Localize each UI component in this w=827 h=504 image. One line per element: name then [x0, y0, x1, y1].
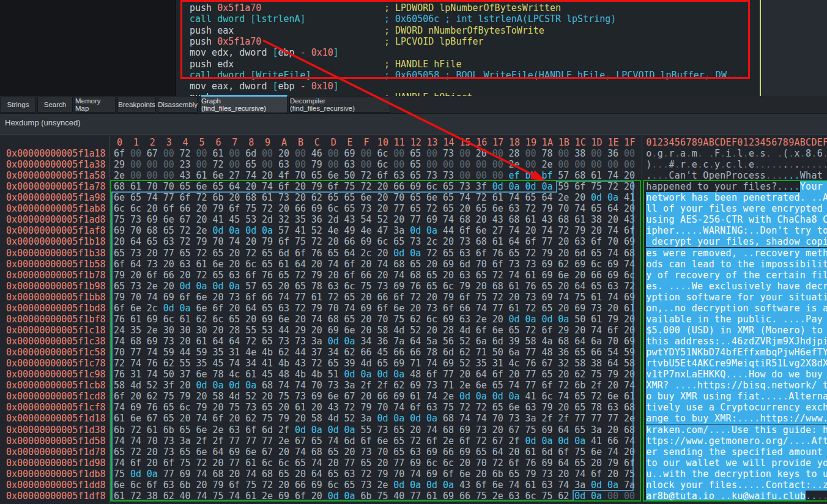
hex-byte[interactable]: 58 [574, 358, 591, 369]
hex-byte[interactable]: 6e [393, 303, 410, 314]
ascii-char[interactable]: v [749, 281, 754, 292]
hex-byte[interactable]: 79 [541, 402, 558, 413]
ascii-char[interactable]: / [800, 413, 806, 424]
hex-byte[interactable]: 70 [607, 336, 624, 347]
hex-byte[interactable]: 00 [492, 148, 509, 159]
hex-byte[interactable]: 65 [443, 192, 459, 203]
ascii-char[interactable]: C [823, 214, 827, 225]
ascii-char[interactable]: m [777, 336, 782, 347]
ascii-char[interactable]: a [811, 292, 817, 303]
ascii-char[interactable] [823, 314, 827, 325]
hex-byte[interactable]: 78 [311, 281, 328, 292]
hex-byte[interactable]: 2e [212, 424, 229, 435]
ascii-char[interactable]: . [663, 148, 669, 159]
hex-byte[interactable]: 68 [147, 225, 163, 236]
hex-byte[interactable]: 68 [476, 236, 492, 247]
ascii-char[interactable]: r [788, 303, 794, 314]
ascii-char[interactable]: U [669, 358, 674, 369]
ascii-char[interactable]: u [823, 469, 827, 480]
ascii-char[interactable]: @ [743, 491, 748, 502]
hex-byte[interactable]: 4b [262, 347, 278, 358]
ascii-char[interactable]: P [663, 369, 669, 380]
ascii-char[interactable]: 1 [777, 358, 782, 369]
ascii-char[interactable]: ' [686, 170, 691, 181]
hex-byte[interactable]: 75 [114, 214, 130, 225]
hex-byte[interactable]: 75 [591, 181, 607, 192]
ascii-char[interactable] [703, 203, 708, 214]
hex-byte[interactable]: 65 [262, 402, 278, 413]
hex-byte[interactable]: 20 [607, 303, 624, 314]
hex-byte[interactable]: 65 [426, 270, 443, 281]
hex-byte[interactable]: 61 [525, 270, 542, 281]
hex-byte[interactable]: 73 [525, 292, 542, 303]
hex-byte[interactable]: 20 [180, 270, 196, 281]
hex-byte[interactable]: 20 [229, 248, 245, 259]
hex-byte[interactable]: 69 [574, 303, 591, 314]
hex-byte[interactable]: 41 [525, 391, 542, 402]
hex-byte[interactable]: 20 [624, 203, 640, 214]
ascii-char[interactable]: : [806, 480, 811, 491]
ascii-char[interactable]: e [749, 203, 754, 214]
hex-address[interactable]: 0x00000000005f1ab8 [6, 203, 106, 214]
ascii-char[interactable]: . [777, 148, 782, 159]
ascii-char[interactable]: r [675, 270, 680, 281]
ascii-char[interactable]: u [692, 203, 697, 214]
ascii-char[interactable]: t [783, 270, 788, 281]
ascii-char[interactable] [732, 314, 737, 325]
hex-byte[interactable]: 65 [262, 248, 278, 259]
ascii-char[interactable]: C [777, 214, 782, 225]
hex-byte[interactable]: 69 [410, 380, 426, 391]
hex-byte[interactable]: 65 [574, 347, 591, 358]
hex-byte[interactable]: 62 [344, 347, 361, 358]
hex-byte[interactable]: 73 [328, 380, 344, 391]
hex-byte[interactable]: 58 [114, 380, 130, 391]
ascii-char[interactable]: n [743, 303, 748, 314]
hex-address[interactable]: 0x00000000005f1a18 [6, 148, 106, 159]
ascii-char[interactable]: o [720, 181, 725, 192]
hex-byte[interactable]: 20 [607, 469, 624, 480]
ascii-char[interactable]: o [771, 248, 777, 259]
ascii-char[interactable]: e [771, 270, 777, 281]
ascii-char[interactable]: h [697, 469, 703, 480]
ascii-char[interactable]: . [749, 413, 754, 424]
ascii-char[interactable]: f [760, 447, 765, 458]
hex-byte[interactable]: 72 [130, 424, 147, 435]
hex-byte[interactable]: 00 [328, 159, 344, 170]
hex-byte[interactable]: 00 [229, 159, 245, 170]
hex-byte[interactable]: 00 [163, 159, 180, 170]
ascii-char[interactable]: a [714, 292, 720, 303]
hex-byte[interactable]: 65 [278, 469, 295, 480]
hex-byte[interactable]: 73 [245, 402, 262, 413]
ascii-char[interactable]: y [817, 369, 823, 380]
hex-byte[interactable]: 20 [361, 391, 377, 402]
ascii-char[interactable]: p [714, 380, 720, 391]
hex-byte[interactable]: 36 [377, 336, 393, 347]
hex-byte[interactable]: 20 [624, 325, 640, 336]
ascii-char[interactable]: g [658, 413, 663, 424]
ascii-char[interactable]: e [749, 159, 754, 170]
ascii-char[interactable] [663, 259, 669, 270]
ascii-char[interactable]: d [783, 236, 788, 247]
hex-byte[interactable]: 2e [459, 380, 476, 391]
hex-byte[interactable]: 66 [295, 203, 311, 214]
ascii-char[interactable] [651, 270, 657, 281]
ascii-char[interactable] [737, 203, 743, 214]
ascii-char[interactable]: X [823, 358, 827, 369]
ascii-char[interactable]: o [703, 236, 708, 247]
ascii-char[interactable]: h [760, 424, 765, 435]
hex-byte[interactable]: 69 [443, 314, 459, 325]
ascii-char[interactable]: o [686, 480, 691, 491]
ascii-char[interactable]: . [737, 413, 743, 424]
hex-byte[interactable]: 69 [361, 303, 377, 314]
hex-byte[interactable]: 0d [525, 435, 542, 447]
ascii-char[interactable] [686, 248, 691, 259]
hex-byte[interactable]: 72 [130, 447, 147, 458]
ascii-char[interactable]: e [703, 270, 708, 281]
hex-byte[interactable]: 6f [328, 181, 344, 192]
hex-byte[interactable]: 6f [443, 303, 459, 314]
ascii-char[interactable]: t [823, 435, 827, 447]
ascii-char[interactable]: e [697, 303, 703, 314]
ascii-char[interactable]: p [771, 259, 777, 270]
ascii-char[interactable]: p [777, 413, 782, 424]
hex-byte[interactable]: 53 [262, 325, 278, 336]
